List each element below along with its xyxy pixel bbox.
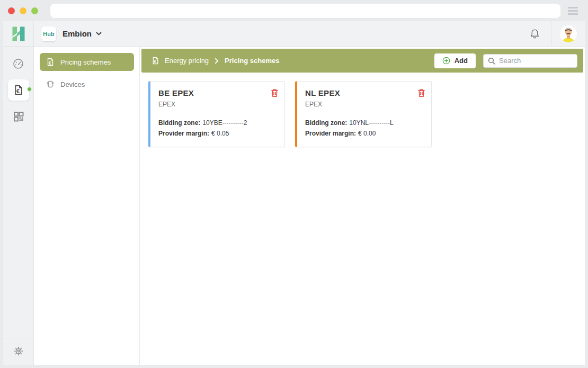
rail-item-modules[interactable] (8, 106, 29, 127)
bidding-zone-value: 10YBE----------2 (202, 119, 247, 127)
provider-margin-value: € 0.05 (211, 130, 229, 137)
modules-grid-icon (13, 111, 24, 122)
user-avatar[interactable] (559, 25, 577, 43)
main-content: € Energy pricing Pricing schemes Add (140, 47, 585, 365)
search-icon (488, 57, 495, 65)
rail-item-dashboard[interactable] (8, 53, 29, 74)
browser-chrome (0, 0, 588, 21)
maximize-window-button[interactable] (31, 7, 38, 14)
search-input[interactable] (499, 57, 573, 65)
minimize-window-button[interactable] (20, 7, 26, 14)
bell-icon (529, 28, 540, 39)
close-window-button[interactable] (8, 7, 15, 14)
card-scheme-type: EPEX (305, 101, 425, 108)
rail-item-energy-pricing[interactable]: € (8, 79, 29, 101)
provider-margin-label: Provider margin: (158, 130, 209, 137)
card-scheme-type: EPEX (158, 101, 278, 108)
address-bar[interactable] (50, 4, 560, 18)
delete-scheme-button[interactable] (271, 88, 279, 97)
sidebar-item-pricing-schemes[interactable]: € Pricing schemes (40, 53, 134, 71)
hub-product-badge: Hub (41, 26, 56, 41)
notifications-button[interactable] (529, 28, 540, 39)
bidding-zone-field: Bidding zone:10YNL----------L (305, 118, 425, 128)
breadcrumb-toolbar: € Energy pricing Pricing schemes Add (141, 49, 583, 73)
add-button-label: Add (455, 57, 468, 65)
h-brand-logo (11, 26, 26, 42)
browser-menu-icon[interactable] (568, 7, 583, 15)
bidding-zone-field: Bidding zone:10YBE----------2 (158, 118, 278, 128)
search-box (483, 54, 577, 68)
bidding-zone-label: Bidding zone: (158, 119, 200, 127)
delete-scheme-button[interactable] (417, 88, 425, 97)
sidebar-item-devices[interactable]: Devices (40, 75, 134, 93)
svg-text:€: € (49, 60, 51, 66)
status-dot (27, 87, 32, 92)
chevron-down-icon (96, 32, 102, 35)
app-logo-cell[interactable] (3, 21, 34, 46)
trash-icon (417, 88, 425, 97)
svg-text:€: € (16, 88, 19, 94)
device-chip-icon (46, 80, 55, 88)
pricing-scheme-card-be-epex[interactable]: BE EPEX EPEX (148, 81, 285, 147)
provider-margin-field: Provider margin:€ 0.00 (305, 128, 425, 139)
account-cell (551, 21, 585, 46)
app-window: Hub Embion (3, 21, 585, 365)
icon-rail: € (3, 47, 34, 365)
settings-button[interactable] (13, 346, 24, 356)
section-sidebar: € Pricing schemes Devices (34, 47, 140, 365)
card-title: NL EPEX (305, 88, 425, 97)
breadcrumb-current: Pricing schemes (225, 57, 279, 65)
chevron-right-icon (215, 58, 219, 64)
plus-circle-icon (442, 57, 450, 65)
breadcrumb-root-link[interactable]: Energy pricing (165, 57, 209, 65)
sidebar-item-label: Devices (60, 80, 85, 88)
invoice-euro-icon: € (46, 58, 55, 66)
window-controls (8, 7, 38, 14)
add-button[interactable]: Add (434, 53, 476, 68)
hub-badge-label: Hub (43, 31, 54, 37)
app-header: Hub Embion (3, 21, 585, 47)
sidebar-item-label: Pricing schemes (60, 58, 111, 66)
rail-bottom (3, 338, 33, 365)
speedometer-icon (12, 58, 24, 70)
invoice-euro-icon: € (13, 85, 24, 95)
card-title: BE EPEX (158, 88, 278, 97)
provider-margin-field: Provider margin:€ 0.05 (158, 128, 278, 139)
provider-margin-label: Provider margin: (305, 130, 356, 137)
workspace-name: Embion (63, 29, 92, 38)
bidding-zone-label: Bidding zone: (305, 119, 347, 127)
trash-icon (271, 88, 279, 97)
bidding-zone-value: 10YNL----------L (349, 119, 393, 127)
pricing-scheme-list: BE EPEX EPEX (140, 73, 585, 156)
provider-margin-value: € 0.00 (358, 130, 376, 137)
gear-icon (13, 346, 24, 356)
pricing-scheme-card-nl-epex[interactable]: NL EPEX EPEX (295, 81, 432, 147)
invoice-euro-icon: € (152, 57, 159, 65)
svg-text:€: € (154, 59, 156, 64)
workspace-selector[interactable]: Embion (63, 29, 102, 38)
